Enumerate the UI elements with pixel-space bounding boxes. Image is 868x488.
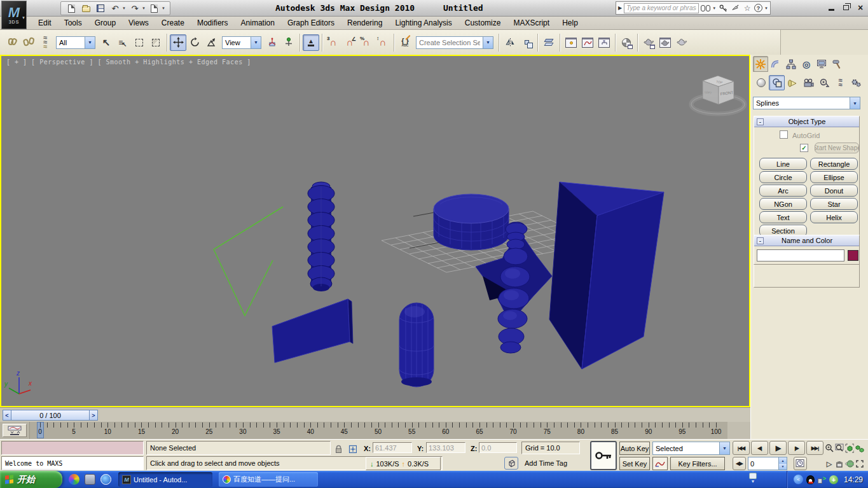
category-shapes[interactable] bbox=[769, 75, 785, 90]
mirror-button[interactable] bbox=[502, 34, 518, 51]
menu-graph-editors[interactable]: Graph Editors bbox=[281, 17, 341, 29]
circle-button[interactable]: Circle bbox=[759, 171, 807, 183]
object-color-swatch[interactable] bbox=[848, 250, 858, 261]
goto-start-button[interactable]: |◀◀ bbox=[733, 441, 750, 455]
open-file-button[interactable] bbox=[80, 3, 92, 14]
field-of-view-button[interactable]: ▷ bbox=[824, 457, 834, 471]
menu-tools[interactable]: Tools bbox=[58, 17, 88, 29]
redo-dropdown-icon[interactable]: ▼ bbox=[142, 6, 146, 10]
time-configuration-button[interactable] bbox=[794, 457, 807, 470]
window-crossing-button[interactable] bbox=[148, 34, 164, 51]
angle-snap-button[interactable]: ∩∠ bbox=[341, 34, 358, 51]
quick-launch-media-icon[interactable] bbox=[69, 474, 79, 485]
object-name-input[interactable] bbox=[757, 249, 844, 261]
undo-dropdown-icon[interactable]: ▼ bbox=[122, 6, 126, 10]
select-and-move-button[interactable] bbox=[170, 34, 186, 51]
ngon-button[interactable]: NGon bbox=[759, 198, 807, 210]
rendered-frame-window-button[interactable] bbox=[640, 34, 657, 51]
x-coordinate-field[interactable] bbox=[373, 442, 412, 453]
menu-help[interactable]: Help bbox=[556, 17, 584, 29]
infocenter-expand-icon[interactable]: ▶ bbox=[618, 5, 622, 11]
help-options-icon[interactable]: ▼ bbox=[764, 6, 768, 10]
start-new-shape-checkbox[interactable]: ✓ bbox=[800, 144, 808, 152]
tray-collapse-icon[interactable]: < bbox=[794, 475, 803, 484]
menu-views[interactable]: Views bbox=[122, 17, 155, 29]
quick-launch-browser-icon[interactable] bbox=[100, 474, 111, 485]
select-and-manipulate-button[interactable] bbox=[280, 34, 297, 51]
goto-end-button[interactable]: ▶▶| bbox=[806, 441, 823, 455]
menu-group[interactable]: Group bbox=[88, 17, 122, 29]
restore-button[interactable] bbox=[841, 3, 850, 11]
select-and-link-button[interactable] bbox=[4, 34, 20, 51]
name-and-color-rollout-header[interactable]: - Name and Color bbox=[754, 235, 859, 246]
search-binoculars-icon[interactable] bbox=[701, 5, 710, 11]
unlink-selection-button[interactable] bbox=[20, 34, 37, 51]
tab-utilities[interactable] bbox=[829, 56, 844, 72]
hose-column-object[interactable] bbox=[308, 182, 334, 291]
network-tray-icon[interactable]: > bbox=[818, 476, 826, 484]
collapse-icon[interactable]: - bbox=[757, 237, 764, 244]
use-pivot-point-button[interactable] bbox=[264, 34, 280, 51]
viewport-label[interactable]: [ + ] [ Perspective ] [ Smooth + Highlig… bbox=[6, 59, 251, 66]
play-button[interactable]: ▶ bbox=[769, 441, 787, 455]
arc-button[interactable]: Arc bbox=[759, 185, 807, 197]
animate-selection-dropdown[interactable]: Selected▼ bbox=[652, 442, 730, 455]
capsule-object[interactable] bbox=[399, 303, 434, 387]
absolute-offset-toggle[interactable] bbox=[347, 442, 357, 456]
bind-to-space-warp-button[interactable]: ≈≈≈ bbox=[37, 34, 53, 51]
maxscript-mini-listener[interactable] bbox=[1, 441, 144, 455]
zoom-all-button[interactable] bbox=[834, 441, 844, 455]
default-tangent-button[interactable] bbox=[652, 457, 668, 470]
menu-create[interactable]: Create bbox=[155, 17, 191, 29]
frame-spinner[interactable]: ▲▼ bbox=[778, 457, 787, 470]
menu-customize[interactable]: Customize bbox=[458, 17, 507, 29]
named-selection-set-dropdown[interactable]: ▼ bbox=[416, 36, 493, 49]
orbit-button[interactable] bbox=[844, 457, 855, 471]
text-button[interactable]: Text bbox=[759, 211, 807, 223]
help-icon[interactable]: ? bbox=[754, 4, 762, 12]
category-geometry[interactable] bbox=[753, 75, 769, 90]
render-setup-button[interactable] bbox=[618, 34, 635, 51]
collapse-icon[interactable]: - bbox=[757, 118, 764, 125]
infocenter-search-input[interactable] bbox=[624, 3, 699, 13]
curve-editor-button[interactable] bbox=[579, 34, 596, 51]
tab-modify[interactable] bbox=[768, 56, 783, 72]
menu-animation[interactable]: Animation bbox=[235, 17, 281, 29]
line-spline-object[interactable] bbox=[214, 207, 283, 316]
y-coordinate-field[interactable] bbox=[426, 442, 465, 453]
ellipse-button[interactable]: Ellipse bbox=[810, 171, 858, 183]
snaps-toggle-button[interactable]: ∩3 bbox=[325, 34, 341, 51]
favorites-star-icon[interactable]: ☆ bbox=[742, 3, 752, 13]
rectangle-button[interactable]: Rectangle bbox=[810, 158, 858, 170]
menu-modifiers[interactable]: Modifiers bbox=[191, 17, 235, 29]
new-file-button[interactable] bbox=[65, 3, 77, 14]
search-options-icon[interactable]: ▼ bbox=[712, 6, 716, 10]
selection-filter-dropdown[interactable]: All▼ bbox=[56, 36, 95, 49]
close-button[interactable]: × bbox=[856, 3, 865, 11]
selection-lock-toggle[interactable] bbox=[333, 442, 343, 456]
app-menu-button[interactable]: M 3DS ▼ bbox=[1, 1, 27, 29]
task-baidu-window[interactable]: 百度知道——提问... bbox=[219, 472, 318, 487]
save-file-button[interactable] bbox=[95, 3, 106, 14]
helix-button[interactable]: Helix bbox=[810, 211, 858, 223]
box-object[interactable] bbox=[272, 299, 353, 363]
category-space-warps[interactable]: ≈≈ bbox=[832, 75, 848, 90]
spinner-snap-button[interactable]: ∩↕ bbox=[375, 34, 391, 51]
frame-number-field[interactable]: ▲▼ bbox=[748, 457, 787, 470]
category-systems[interactable] bbox=[848, 75, 864, 90]
project-folder-button[interactable] bbox=[149, 3, 160, 14]
next-frame-button[interactable]: |▶ bbox=[788, 441, 805, 455]
set-keys-button[interactable] bbox=[590, 441, 617, 470]
qat-options-icon[interactable]: ▼ bbox=[162, 6, 165, 10]
tab-hierarchy[interactable] bbox=[783, 56, 799, 72]
time-slider[interactable]: < 0 / 100 > bbox=[3, 410, 98, 421]
dropdown-arrow-icon[interactable]: ▼ bbox=[850, 97, 860, 109]
communication-center-icon[interactable] bbox=[730, 3, 740, 13]
reference-coordinate-dropdown[interactable]: View▼ bbox=[222, 36, 261, 49]
task-3dsmax-window[interactable]: M Untitled - Autod... bbox=[118, 472, 212, 487]
selection-set-input[interactable] bbox=[417, 39, 483, 46]
quick-launch-desktop-icon[interactable] bbox=[85, 474, 95, 485]
maxscript-listener-line[interactable]: Welcome to MAXS bbox=[1, 456, 144, 470]
key-filters-button[interactable]: Key Filters... bbox=[670, 457, 725, 470]
autogrid-checkbox[interactable] bbox=[780, 130, 788, 139]
